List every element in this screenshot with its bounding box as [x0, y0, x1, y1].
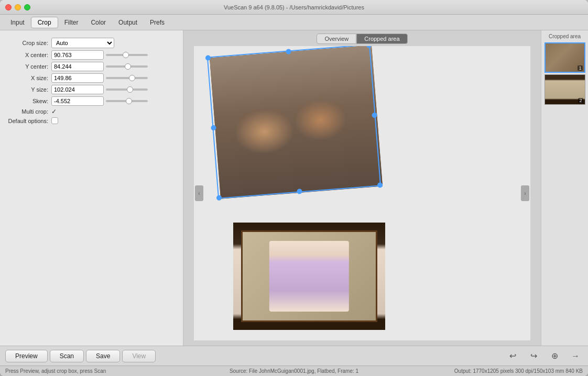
right-arrow-icon: ›: [524, 191, 526, 196]
photo-1-inner: [210, 46, 383, 199]
x-center-row: X center:: [4, 50, 179, 60]
y-size-slider[interactable]: [106, 89, 148, 91]
photo-1[interactable]: [210, 46, 383, 199]
scan-button[interactable]: Scan: [50, 350, 84, 362]
photo-2[interactable]: [233, 223, 385, 330]
center-panel: Overview Cropped area: [183, 30, 541, 346]
status-bar: Press Preview, adjust crop box, press Sc…: [0, 366, 588, 376]
preview-button[interactable]: Preview: [5, 350, 48, 362]
right-panel-label: Cropped area: [543, 32, 586, 40]
crop-size-label: Crop size:: [4, 40, 51, 46]
scan-area: ‹ ›: [194, 46, 530, 340]
tab-output[interactable]: Output: [112, 17, 144, 28]
status-center: Source: File JohnMcGuigan0001.jpg, Flatb…: [201, 368, 387, 374]
tab-crop[interactable]: Crop: [31, 17, 58, 28]
traffic-lights: [5, 4, 30, 10]
tab-input[interactable]: Input: [4, 17, 31, 28]
skew-row: Skew:: [4, 96, 179, 106]
bottom-actions: Preview Scan Save View: [5, 350, 505, 362]
app-window: VueScan 9 a64 (9.8.05) - /Users/hamrickd…: [0, 0, 588, 376]
thumbnail-2[interactable]: 2: [545, 74, 585, 105]
close-button[interactable]: [5, 4, 12, 10]
default-options-checkbox[interactable]: [51, 117, 58, 124]
zoom-in-icon: ⊕: [551, 351, 558, 361]
zoom-in-button[interactable]: ⊕: [547, 349, 562, 363]
save-button[interactable]: Save: [86, 350, 120, 362]
left-arrow-icon: ‹: [198, 191, 200, 196]
x-center-input[interactable]: [51, 50, 104, 60]
left-panel: Crop size: Auto X center: Y center:: [0, 30, 183, 346]
scroll-left-arrow[interactable]: ‹: [195, 185, 203, 201]
view-button[interactable]: View: [122, 350, 156, 362]
right-panel: Cropped area 1 2: [541, 30, 588, 346]
photo-2-frame: [241, 230, 377, 322]
redo-icon: ↪: [530, 351, 537, 361]
titlebar: VueScan 9 a64 (9.8.05) - /Users/hamrickd…: [0, 0, 588, 15]
status-left: Press Preview, adjust crop box, press Sc…: [5, 368, 191, 374]
tab-overview[interactable]: Overview: [317, 34, 356, 44]
x-size-input[interactable]: [51, 73, 104, 83]
bottom-bar: Preview Scan Save View ↩ ↪ ⊕ →: [0, 346, 588, 366]
multi-crop-label: Multi crop:: [4, 108, 51, 115]
crop-size-select[interactable]: Auto: [51, 38, 114, 48]
tab-prefs[interactable]: Prefs: [144, 17, 171, 28]
minimize-button[interactable]: [15, 4, 21, 10]
photo-1-content: [210, 46, 383, 199]
status-right: Output: 1770x1205 pixels 300 dpi/150x103…: [397, 368, 583, 374]
x-size-slider[interactable]: [106, 77, 148, 79]
skew-input[interactable]: [51, 96, 104, 106]
undo-icon: ↩: [509, 351, 516, 361]
forward-icon: →: [571, 351, 580, 361]
maximize-button[interactable]: [24, 4, 30, 10]
multi-crop-checkbox[interactable]: ✓: [51, 108, 57, 115]
thumbnail-1[interactable]: 1: [545, 42, 585, 73]
thumb-2-num: 2: [578, 98, 583, 103]
view-tabs: Overview Cropped area: [183, 30, 541, 46]
default-options-label: Default options:: [4, 118, 51, 124]
redo-button[interactable]: ↪: [526, 349, 541, 363]
y-center-input[interactable]: [51, 62, 104, 71]
tab-color[interactable]: Color: [84, 17, 112, 28]
window-title: VueScan 9 a64 (9.8.05) - /Users/hamrickd…: [224, 4, 364, 10]
bottom-right-icons: ↩ ↪ ⊕ →: [505, 349, 583, 363]
tab-cropped-area[interactable]: Cropped area: [356, 34, 407, 44]
photo-2-inner: [233, 223, 385, 330]
x-size-label: X size:: [4, 75, 51, 81]
multi-crop-row: Multi crop: ✓: [4, 108, 179, 115]
x-center-label: X center:: [4, 52, 51, 58]
x-center-slider[interactable]: [106, 54, 148, 56]
thumb-1-num: 1: [578, 65, 582, 71]
undo-button[interactable]: ↩: [505, 349, 520, 363]
y-center-row: Y center:: [4, 62, 179, 71]
tab-filter[interactable]: Filter: [58, 17, 85, 28]
scroll-right-arrow[interactable]: ›: [521, 185, 529, 201]
crop-size-row: Crop size: Auto: [4, 38, 179, 48]
skew-slider[interactable]: [106, 100, 148, 102]
y-size-input[interactable]: [51, 85, 104, 94]
main-content: Crop size: Auto X center: Y center:: [0, 30, 588, 346]
default-options-row: Default options:: [4, 117, 179, 124]
x-size-row: X size:: [4, 73, 179, 83]
y-size-row: Y size:: [4, 85, 179, 94]
photo-2-subject: [269, 241, 349, 312]
y-size-label: Y size:: [4, 86, 51, 93]
skew-label: Skew:: [4, 98, 51, 104]
y-center-label: Y center:: [4, 63, 51, 70]
y-center-slider[interactable]: [106, 65, 148, 68]
tab-bar: Input Crop Filter Color Output Prefs: [0, 15, 588, 30]
forward-button[interactable]: →: [568, 349, 583, 363]
